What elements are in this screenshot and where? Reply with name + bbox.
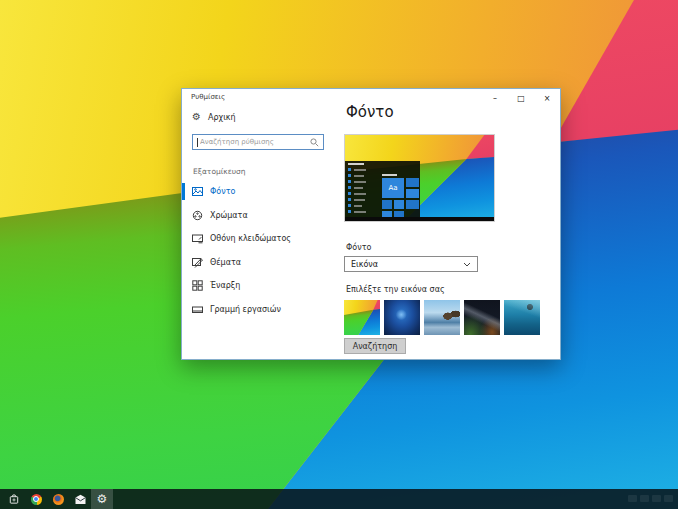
search-placeholder: Αναζήτηση ρύθμισης bbox=[200, 138, 310, 146]
thumbnail-windows-hero[interactable] bbox=[384, 300, 420, 335]
search-icon bbox=[310, 138, 319, 147]
sidebar-item-label: Θέματα bbox=[210, 258, 241, 267]
home-label: Αρχική bbox=[208, 113, 236, 122]
themes-icon bbox=[192, 257, 203, 268]
taskbar-settings-icon[interactable]: ⚙ bbox=[91, 489, 113, 509]
sidebar-item-themes[interactable]: Θέματα bbox=[182, 254, 336, 271]
system-tray[interactable] bbox=[628, 495, 673, 502]
sidebar-nav: Φόντο Χρώματα Οθόνη κλειδώματος bbox=[182, 183, 336, 318]
close-button[interactable]: × bbox=[534, 89, 560, 107]
settings-window: Ρυθμίσεις – □ × ⚙ Αρχική Αναζήτηση ρύθμι… bbox=[181, 88, 561, 360]
preview-start-menu: Aa bbox=[345, 161, 420, 219]
taskbar-store-icon[interactable] bbox=[3, 489, 25, 509]
desktop: Ρυθμίσεις – □ × ⚙ Αρχική Αναζήτηση ρύθμι… bbox=[0, 0, 678, 509]
gear-icon: ⚙ bbox=[192, 112, 201, 122]
image-icon bbox=[192, 186, 203, 197]
text-caret bbox=[197, 138, 198, 147]
taskbar-mail-icon[interactable] bbox=[69, 489, 91, 509]
window-controls: – □ × bbox=[482, 89, 560, 107]
settings-gear-icon: ⚙ bbox=[97, 493, 108, 505]
selected-accent-bar bbox=[182, 183, 185, 200]
maximize-button[interactable]: □ bbox=[508, 89, 534, 107]
sidebar-item-start[interactable]: Έναρξη bbox=[182, 277, 336, 294]
sidebar-item-taskbar[interactable]: Γραμμή εργασιών bbox=[182, 301, 336, 318]
background-field-label: Φόντο bbox=[346, 243, 371, 252]
colors-icon bbox=[192, 210, 203, 221]
dropdown-value: Εικόνα bbox=[351, 260, 378, 269]
taskbar-firefox-icon[interactable] bbox=[47, 489, 69, 509]
chevron-down-icon bbox=[463, 262, 471, 267]
sidebar-item-label: Γραμμή εργασιών bbox=[210, 305, 281, 314]
taskbar: ⚙ bbox=[0, 489, 678, 509]
sidebar-section-label: Εξατομίκευση bbox=[193, 167, 246, 176]
sidebar-item-label: Έναρξη bbox=[210, 281, 240, 290]
sidebar-item-label: Οθόνη κλειδώματος bbox=[210, 234, 291, 243]
thumbnail-underwater[interactable] bbox=[504, 300, 540, 335]
page-title: Φόντο bbox=[346, 103, 394, 121]
lock-screen-icon bbox=[192, 233, 203, 244]
start-icon bbox=[192, 280, 203, 291]
background-type-dropdown[interactable]: Εικόνα bbox=[344, 256, 478, 272]
sidebar-item-lock-screen[interactable]: Οθόνη κλειδώματος bbox=[182, 230, 336, 247]
taskbar-icon bbox=[192, 304, 203, 315]
minimize-button[interactable]: – bbox=[482, 89, 508, 107]
taskbar-chrome-icon[interactable] bbox=[25, 489, 47, 509]
sidebar-item-colors[interactable]: Χρώματα bbox=[182, 207, 336, 224]
thumbnail-beach-rocks[interactable] bbox=[424, 300, 460, 335]
preview-taskbar bbox=[345, 217, 494, 221]
sidebar-item-label: Φόντο bbox=[210, 187, 235, 196]
background-preview: Aa bbox=[344, 134, 495, 222]
window-title: Ρυθμίσεις bbox=[191, 93, 225, 101]
sidebar-item-background[interactable]: Φόντο bbox=[182, 183, 336, 200]
preview-aa-tile: Aa bbox=[382, 178, 404, 198]
browse-button[interactable]: Αναζήτηση bbox=[344, 338, 406, 354]
picture-thumbnails bbox=[344, 300, 540, 335]
search-input[interactable]: Αναζήτηση ρύθμισης bbox=[192, 134, 324, 150]
thumbnail-night-sky[interactable] bbox=[464, 300, 500, 335]
sidebar-item-label: Χρώματα bbox=[210, 211, 248, 220]
choose-picture-label: Επιλέξτε την εικόνα σας bbox=[346, 285, 445, 294]
thumbnail-colorful-abstract[interactable] bbox=[344, 300, 380, 335]
sidebar-item-home[interactable]: ⚙ Αρχική bbox=[192, 112, 236, 122]
